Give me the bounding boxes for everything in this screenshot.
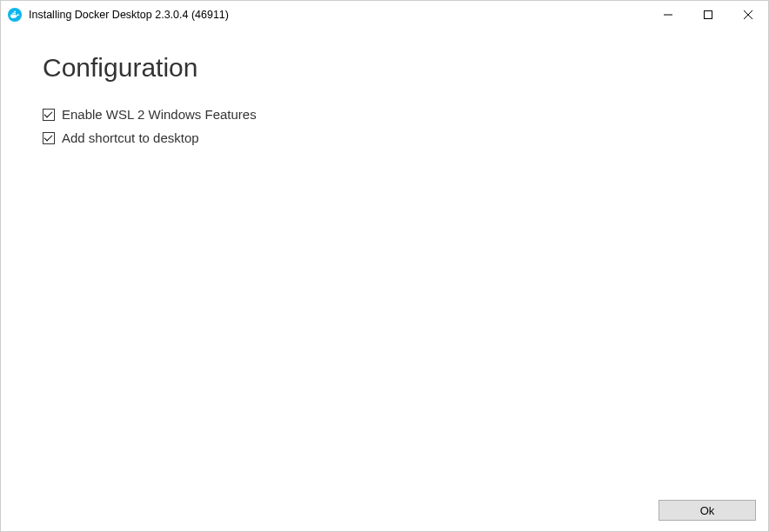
option-label: Enable WSL 2 Windows Features [62, 107, 257, 122]
maximize-icon [704, 10, 712, 19]
checkbox-enable-wsl2[interactable] [43, 109, 55, 121]
close-icon [744, 10, 752, 19]
window-controls [648, 1, 768, 29]
minimize-icon [664, 10, 672, 19]
ok-button[interactable]: Ok [659, 500, 756, 521]
svg-rect-4 [12, 13, 14, 15]
option-enable-wsl2[interactable]: Enable WSL 2 Windows Features [43, 107, 726, 122]
page-heading: Configuration [43, 53, 726, 83]
svg-rect-8 [705, 11, 712, 19]
titlebar: Installing Docker Desktop 2.3.0.4 (46911… [1, 1, 768, 29]
close-button[interactable] [728, 1, 768, 29]
option-label: Add shortcut to desktop [62, 130, 199, 145]
option-add-shortcut[interactable]: Add shortcut to desktop [43, 130, 726, 145]
main-content: Configuration Enable WSL 2 Windows Featu… [1, 29, 768, 145]
maximize-button[interactable] [688, 1, 728, 29]
footer: Ok [659, 500, 756, 521]
checkbox-add-shortcut[interactable] [43, 132, 55, 144]
svg-rect-6 [14, 11, 16, 13]
svg-rect-5 [14, 13, 16, 15]
minimize-button[interactable] [648, 1, 688, 29]
window-title: Installing Docker Desktop 2.3.0.4 (46911… [29, 9, 648, 21]
docker-icon [8, 8, 22, 22]
